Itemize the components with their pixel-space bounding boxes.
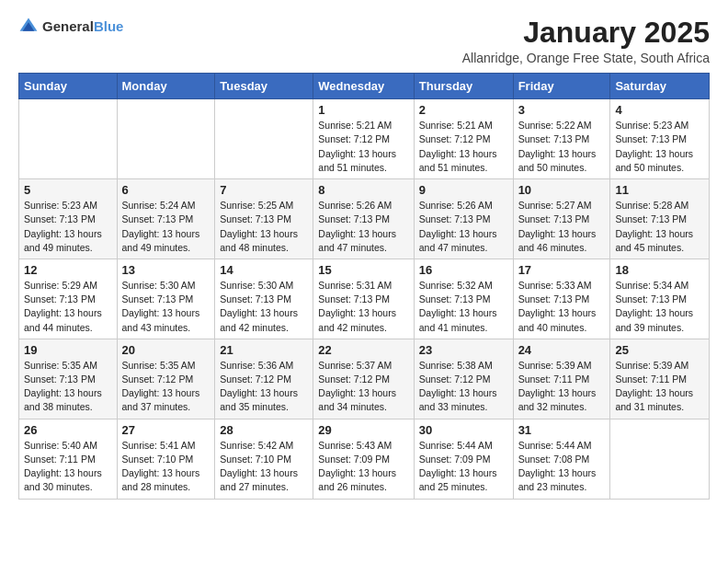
day-info: Sunrise: 5:26 AM Sunset: 7:13 PM Dayligh… [419, 199, 508, 255]
location-subtitle: Allanridge, Orange Free State, South Afr… [462, 51, 710, 65]
day-info: Sunrise: 5:22 AM Sunset: 7:13 PM Dayligh… [518, 119, 606, 175]
day-cell: 8Sunrise: 5:26 AM Sunset: 7:13 PM Daylig… [313, 179, 414, 259]
day-info: Sunrise: 5:23 AM Sunset: 7:13 PM Dayligh… [615, 119, 704, 175]
col-header-monday: Monday [117, 74, 215, 99]
day-cell: 17Sunrise: 5:33 AM Sunset: 7:13 PM Dayli… [513, 259, 610, 339]
day-info: Sunrise: 5:29 AM Sunset: 7:13 PM Dayligh… [24, 279, 112, 335]
col-header-friday: Friday [513, 74, 610, 99]
day-number: 27 [122, 423, 210, 437]
day-number: 22 [318, 343, 408, 357]
title-area: January 2025 Allanridge, Orange Free Sta… [462, 17, 710, 65]
day-info: Sunrise: 5:23 AM Sunset: 7:13 PM Dayligh… [24, 199, 112, 255]
day-number: 25 [615, 343, 704, 357]
day-number: 12 [24, 263, 112, 277]
day-number: 24 [518, 343, 606, 357]
week-row-5: 26Sunrise: 5:40 AM Sunset: 7:11 PM Dayli… [19, 419, 710, 499]
col-header-wednesday: Wednesday [313, 74, 414, 99]
day-cell: 4Sunrise: 5:23 AM Sunset: 7:13 PM Daylig… [610, 99, 710, 179]
day-info: Sunrise: 5:36 AM Sunset: 7:12 PM Dayligh… [220, 359, 308, 415]
day-info: Sunrise: 5:40 AM Sunset: 7:11 PM Dayligh… [24, 439, 112, 495]
day-cell: 9Sunrise: 5:26 AM Sunset: 7:13 PM Daylig… [414, 179, 513, 259]
day-number: 9 [419, 183, 508, 197]
day-cell: 29Sunrise: 5:43 AM Sunset: 7:09 PM Dayli… [313, 419, 414, 499]
day-number: 2 [419, 103, 508, 117]
day-number: 4 [615, 103, 704, 117]
day-cell: 13Sunrise: 5:30 AM Sunset: 7:13 PM Dayli… [117, 259, 215, 339]
day-number: 30 [419, 423, 508, 437]
day-info: Sunrise: 5:26 AM Sunset: 7:13 PM Dayligh… [318, 199, 408, 255]
col-header-sunday: Sunday [19, 74, 118, 99]
day-number: 28 [220, 423, 308, 437]
day-info: Sunrise: 5:24 AM Sunset: 7:13 PM Dayligh… [122, 199, 210, 255]
day-info: Sunrise: 5:44 AM Sunset: 7:08 PM Dayligh… [518, 439, 606, 495]
day-cell: 2Sunrise: 5:21 AM Sunset: 7:12 PM Daylig… [414, 99, 513, 179]
logo: GeneralBlue [18, 17, 123, 37]
week-row-2: 5Sunrise: 5:23 AM Sunset: 7:13 PM Daylig… [19, 179, 710, 259]
day-info: Sunrise: 5:44 AM Sunset: 7:09 PM Dayligh… [419, 439, 508, 495]
day-info: Sunrise: 5:38 AM Sunset: 7:12 PM Dayligh… [419, 359, 508, 415]
day-info: Sunrise: 5:34 AM Sunset: 7:13 PM Dayligh… [615, 279, 704, 335]
day-info: Sunrise: 5:35 AM Sunset: 7:13 PM Dayligh… [24, 359, 112, 415]
week-row-4: 19Sunrise: 5:35 AM Sunset: 7:13 PM Dayli… [19, 339, 710, 419]
day-info: Sunrise: 5:37 AM Sunset: 7:12 PM Dayligh… [318, 359, 408, 415]
day-cell: 23Sunrise: 5:38 AM Sunset: 7:12 PM Dayli… [414, 339, 513, 419]
day-cell [610, 419, 710, 499]
month-title: January 2025 [462, 17, 710, 49]
day-number: 11 [615, 183, 704, 197]
day-cell: 1Sunrise: 5:21 AM Sunset: 7:12 PM Daylig… [313, 99, 414, 179]
week-row-3: 12Sunrise: 5:29 AM Sunset: 7:13 PM Dayli… [19, 259, 710, 339]
day-info: Sunrise: 5:21 AM Sunset: 7:12 PM Dayligh… [318, 119, 408, 175]
day-number: 31 [518, 423, 606, 437]
day-number: 15 [318, 263, 408, 277]
col-header-tuesday: Tuesday [215, 74, 313, 99]
day-cell: 26Sunrise: 5:40 AM Sunset: 7:11 PM Dayli… [19, 419, 118, 499]
day-cell: 25Sunrise: 5:39 AM Sunset: 7:11 PM Dayli… [610, 339, 710, 419]
day-cell: 31Sunrise: 5:44 AM Sunset: 7:08 PM Dayli… [513, 419, 610, 499]
day-cell: 15Sunrise: 5:31 AM Sunset: 7:13 PM Dayli… [313, 259, 414, 339]
day-info: Sunrise: 5:42 AM Sunset: 7:10 PM Dayligh… [220, 439, 308, 495]
day-info: Sunrise: 5:39 AM Sunset: 7:11 PM Dayligh… [518, 359, 606, 415]
day-info: Sunrise: 5:32 AM Sunset: 7:13 PM Dayligh… [419, 279, 508, 335]
day-cell: 5Sunrise: 5:23 AM Sunset: 7:13 PM Daylig… [19, 179, 118, 259]
day-info: Sunrise: 5:30 AM Sunset: 7:13 PM Dayligh… [122, 279, 210, 335]
day-number: 5 [24, 183, 112, 197]
day-cell: 27Sunrise: 5:41 AM Sunset: 7:10 PM Dayli… [117, 419, 215, 499]
day-number: 3 [518, 103, 606, 117]
day-number: 17 [518, 263, 606, 277]
week-row-1: 1Sunrise: 5:21 AM Sunset: 7:12 PM Daylig… [19, 99, 710, 179]
day-cell: 3Sunrise: 5:22 AM Sunset: 7:13 PM Daylig… [513, 99, 610, 179]
calendar-table: SundayMondayTuesdayWednesdayThursdayFrid… [18, 73, 710, 499]
day-cell: 24Sunrise: 5:39 AM Sunset: 7:11 PM Dayli… [513, 339, 610, 419]
day-info: Sunrise: 5:35 AM Sunset: 7:12 PM Dayligh… [122, 359, 210, 415]
day-number: 21 [220, 343, 308, 357]
day-number: 19 [24, 343, 112, 357]
header: GeneralBlue January 2025 Allanridge, Ora… [18, 17, 710, 65]
day-number: 23 [419, 343, 508, 357]
day-number: 29 [318, 423, 408, 437]
day-cell: 16Sunrise: 5:32 AM Sunset: 7:13 PM Dayli… [414, 259, 513, 339]
day-number: 26 [24, 423, 112, 437]
day-number: 6 [122, 183, 210, 197]
day-cell [215, 99, 313, 179]
day-info: Sunrise: 5:41 AM Sunset: 7:10 PM Dayligh… [122, 439, 210, 495]
day-cell: 19Sunrise: 5:35 AM Sunset: 7:13 PM Dayli… [19, 339, 118, 419]
day-info: Sunrise: 5:31 AM Sunset: 7:13 PM Dayligh… [318, 279, 408, 335]
page: GeneralBlue January 2025 Allanridge, Ora… [0, 0, 728, 516]
day-number: 10 [518, 183, 606, 197]
day-info: Sunrise: 5:33 AM Sunset: 7:13 PM Dayligh… [518, 279, 606, 335]
day-cell [117, 99, 215, 179]
day-cell: 20Sunrise: 5:35 AM Sunset: 7:12 PM Dayli… [117, 339, 215, 419]
day-number: 1 [318, 103, 408, 117]
day-number: 16 [419, 263, 508, 277]
day-cell: 22Sunrise: 5:37 AM Sunset: 7:12 PM Dayli… [313, 339, 414, 419]
day-cell: 11Sunrise: 5:28 AM Sunset: 7:13 PM Dayli… [610, 179, 710, 259]
day-info: Sunrise: 5:39 AM Sunset: 7:11 PM Dayligh… [615, 359, 704, 415]
day-info: Sunrise: 5:21 AM Sunset: 7:12 PM Dayligh… [419, 119, 508, 175]
day-cell: 28Sunrise: 5:42 AM Sunset: 7:10 PM Dayli… [215, 419, 313, 499]
logo-general: GeneralBlue [42, 18, 123, 35]
logo-icon [18, 17, 39, 37]
day-cell [19, 99, 118, 179]
day-cell: 12Sunrise: 5:29 AM Sunset: 7:13 PM Dayli… [19, 259, 118, 339]
day-number: 7 [220, 183, 308, 197]
day-number: 18 [615, 263, 704, 277]
